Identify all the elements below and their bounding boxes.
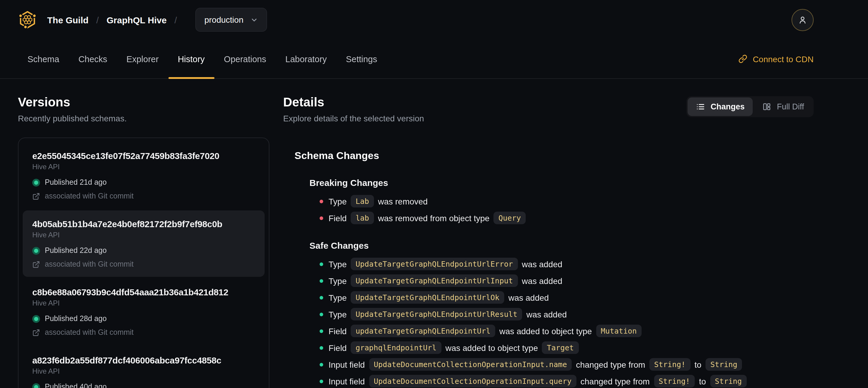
code-badge: UpdateTargetGraphQLEndpointUrlOk [351,291,504,304]
tab-history[interactable]: History [168,39,214,78]
breadcrumb-project[interactable]: GraphQL Hive [106,14,167,25]
version-hash: e2e55045345ce13fe07f52a77459b83fa3fe7020 [32,151,255,161]
user-avatar-button[interactable] [792,9,814,31]
external-link-icon [32,192,40,200]
code-badge: Query [494,212,526,224]
safe-bullet-dot [319,313,323,316]
git-commit-label: associated with Git commit [45,328,133,336]
external-link-icon [32,260,40,268]
change-group-title: Breaking Changes [309,178,814,188]
code-badge: graphqlEndpointUrl [351,341,441,354]
code-badge: updateTargetGraphQLEndpointUrl [351,325,495,337]
tab-operations[interactable]: Operations [214,39,276,78]
nav-tab-label: Operations [224,54,266,64]
versions-header: Versions Recently published schemas. [18,95,270,123]
code-badge: Target [542,341,579,354]
change-item: Type Lab was removed [309,195,814,208]
safe-bullet-dot [319,346,323,350]
nav-tab-label: Schema [28,54,59,64]
nav-tab-label: Checks [78,54,107,64]
git-commit-link[interactable]: associated with Git commit [32,260,255,268]
schema-changes-title: Schema Changes [294,150,814,162]
nav-tab-label: History [178,54,205,64]
header: The Guild / GraphQL Hive / production [0,0,868,39]
versions-title: Versions [18,95,270,110]
target-selector-dropdown[interactable]: production [195,8,267,32]
code-badge: Mutation [596,325,641,337]
version-hash: c8b6e88a06793b9c4dfd54aaa21b36a1b421d812 [32,287,255,297]
change-item: Type UpdateTargetGraphQLEndpointUrlOk wa… [309,291,814,304]
change-item: Type UpdateTargetGraphQLEndpointUrlError… [309,258,814,271]
code-badge: Lab [351,195,374,207]
published-status-label: Published 21d ago [45,178,106,186]
code-badge: String [706,358,742,371]
tab-laboratory[interactable]: Laboratory [276,39,336,78]
nav-tab-label: Laboratory [285,54,327,64]
change-group: Breaking Changes Type Lab was removedFie… [309,178,814,225]
git-commit-link[interactable]: associated with Git commit [32,192,255,200]
main-content: Versions Recently published schemas. e2e… [0,79,868,388]
git-commit-label: associated with Git commit [45,260,133,268]
changes-toggle-button[interactable]: Changes [688,97,753,116]
change-group-title: Safe Changes [309,240,814,250]
chevron-down-icon [250,16,258,24]
change-list: Type UpdateTargetGraphQLEndpointUrlError… [309,258,814,388]
user-icon [798,14,808,25]
version-hash: a823f6db2a55df877dcf406006abca97fcc4858c [32,355,255,365]
link-icon [738,54,747,63]
published-status-dot [32,383,40,388]
tab-checks[interactable]: Checks [69,39,117,78]
code-badge: UpdateTargetGraphQLEndpointUrlResult [351,308,522,321]
code-badge: UpdateDocumentCollectionOperationInput.q… [369,375,576,387]
published-status-label: Published 40d ago [45,383,106,388]
published-status-dot [32,247,40,255]
version-status-row: Published 28d ago [32,315,255,323]
version-list-item[interactable]: a823f6db2a55df877dcf406006abca97fcc4858c… [23,347,265,388]
app-root: The Guild / GraphQL Hive / production Sc… [0,0,868,388]
schema-changes-body: Breaking Changes Type Lab was removedFie… [283,178,814,388]
change-item: Input field UpdateDocumentCollectionOper… [309,358,814,371]
change-item: Input field UpdateDocumentCollectionOper… [309,375,814,388]
version-status-row: Published 21d ago [32,178,255,186]
version-service-name: Hive API [32,367,255,376]
breaking-bullet-dot [319,216,323,220]
version-list-item[interactable]: e2e55045345ce13fe07f52a77459b83fa3fe7020… [23,142,265,209]
versions-panel: Versions Recently published schemas. e2e… [18,79,270,388]
view-toggle-group: Changes Full Diff [687,96,814,117]
columns-icon [763,102,772,111]
change-item: Type UpdateTargetGraphQLEndpointUrlInput… [309,274,814,288]
safe-bullet-dot [319,296,323,300]
nav-tab-label: Settings [346,54,377,64]
nav-tabs: Schema Checks Explorer History Operation… [0,39,868,79]
hive-logo-icon[interactable] [18,10,37,29]
change-item: Field graphqlEndpointUrl was added to ob… [309,341,814,355]
change-list: Type Lab was removedField lab was remove… [309,195,814,225]
breadcrumb-separator: / [175,14,177,25]
full-diff-toggle-button[interactable]: Full Diff [754,97,812,116]
code-badge: String! [649,358,690,371]
tab-schema[interactable]: Schema [18,39,69,78]
git-commit-link[interactable]: associated with Git commit [32,328,255,336]
safe-bullet-dot [319,380,323,383]
breaking-bullet-dot [319,200,323,203]
version-status-row: Published 22d ago [32,246,255,255]
version-service-name: Hive API [32,231,255,239]
version-list-item[interactable]: c8b6e88a06793b9c4dfd54aaa21b36a1b421d812… [23,278,265,345]
published-status-dot [32,315,40,323]
code-badge: String! [654,375,695,387]
versions-list: e2e55045345ce13fe07f52a77459b83fa3fe7020… [18,138,270,388]
version-list-item[interactable]: 4b05ab51b1b4a7e2e4b0ef82172f2b9f7ef98c0b… [23,210,265,277]
change-item: Field lab was removed from object type Q… [309,212,814,225]
change-item: Type UpdateTargetGraphQLEndpointUrlResul… [309,308,814,321]
tab-explorer[interactable]: Explorer [117,39,168,78]
connect-to-cdn-link[interactable]: Connect to CDN [738,54,814,64]
code-badge: UpdateTargetGraphQLEndpointUrlError [351,258,518,270]
change-group: Safe Changes Type UpdateTargetGraphQLEnd… [309,240,814,388]
safe-bullet-dot [319,279,323,283]
details-title: Details [283,95,424,110]
version-service-name: Hive API [32,162,255,171]
breadcrumb-org[interactable]: The Guild [47,14,88,25]
tab-settings[interactable]: Settings [336,39,387,78]
details-header: Details Explore details of the selected … [283,95,814,123]
code-badge: UpdateDocumentCollectionOperationInput.n… [369,358,572,371]
